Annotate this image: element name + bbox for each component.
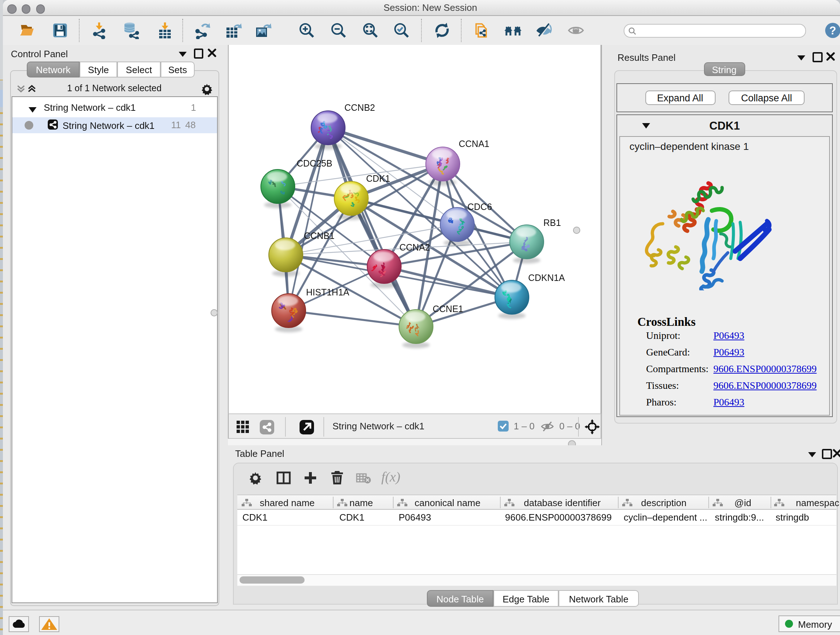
svg-text:HIST1H1A: HIST1H1A (306, 287, 349, 297)
svg-text:CCNB2: CCNB2 (344, 103, 375, 112)
svg-text:CDC6: CDC6 (467, 202, 492, 212)
svg-text:CDK1: CDK1 (366, 173, 390, 184)
svg-text:CDC25B: CDC25B (297, 158, 332, 168)
svg-text:CCNA2: CCNA2 (399, 242, 430, 252)
svg-text:?: ? (829, 24, 836, 37)
svg-text:RB1: RB1 (543, 218, 561, 228)
svg-text:CCNB1: CCNB1 (304, 231, 335, 241)
svg-text:CDKN1A: CDKN1A (528, 272, 565, 283)
svg-text:CCNA1: CCNA1 (459, 139, 489, 149)
svg-text:CCNE1: CCNE1 (433, 304, 463, 314)
